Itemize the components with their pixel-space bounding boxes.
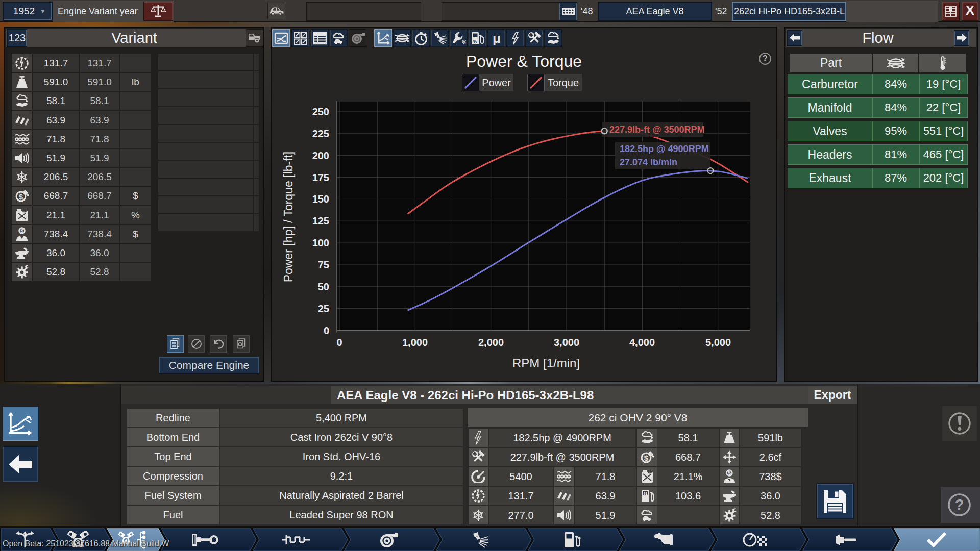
svg-text:91: 91 bbox=[643, 492, 647, 495]
svg-text:$: $ bbox=[644, 454, 648, 462]
svg-text:$: $ bbox=[20, 228, 23, 234]
svg-text:μ: μ bbox=[493, 32, 501, 45]
svg-text:%: % bbox=[462, 39, 466, 45]
svg-text:$: $ bbox=[728, 470, 731, 476]
svg-text:%: % bbox=[473, 39, 477, 44]
svg-text:$: $ bbox=[18, 192, 23, 201]
svg-text:?: ? bbox=[955, 496, 964, 513]
